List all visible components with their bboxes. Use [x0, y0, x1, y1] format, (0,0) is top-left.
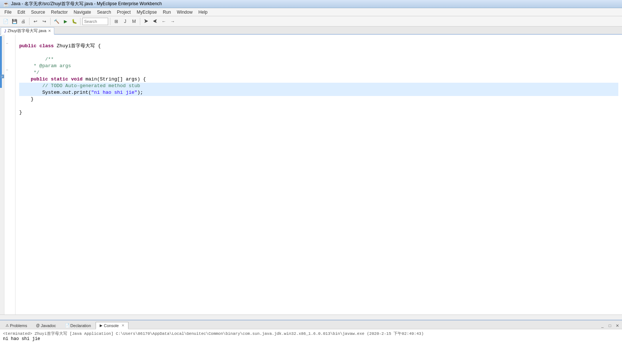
menu-file[interactable]: File: [1, 8, 14, 16]
tab-declaration-label: Declaration: [71, 323, 91, 328]
toolbar-new-btn[interactable]: 📄: [1, 17, 10, 25]
code-line-10: [19, 103, 618, 109]
menu-search[interactable]: Search: [94, 8, 114, 16]
console-icon: ▶: [100, 323, 103, 327]
code-line-4: * @param args: [19, 63, 618, 69]
menu-source[interactable]: Source: [28, 8, 48, 16]
toolbar-debug-btn[interactable]: 🐛: [70, 17, 78, 25]
tab-close-btn[interactable]: ✕: [48, 29, 51, 33]
bookmark-check: ✓: [0, 75, 4, 78]
console-terminated-line: <terminated> Zhuyi首字母大写 [Java Applicatio…: [3, 331, 619, 336]
console-toolbar: _ □ ✕: [598, 322, 622, 329]
console-close-btn[interactable]: ✕: [121, 323, 124, 327]
horizontal-scrollbar[interactable]: [0, 315, 622, 320]
toolbar-perspective-btn[interactable]: J: [121, 17, 129, 25]
problems-icon: ⚠: [6, 323, 9, 327]
line-number-gutter: − −: [4, 35, 16, 315]
menu-navigate[interactable]: Navigate: [71, 8, 94, 16]
code-line-1: public class Zhuyi首字母大写 {: [19, 43, 618, 49]
javadoc-icon: @: [36, 323, 39, 327]
toolbar-sep-5: [140, 18, 140, 25]
code-line-11: }: [19, 109, 618, 116]
tab-declaration[interactable]: 📄 Declaration: [61, 322, 95, 329]
console-close-btn[interactable]: ✕: [614, 322, 621, 329]
editor-area[interactable]: ✓ − − public class Zhuyi首字母大写 { /** * @p…: [0, 35, 622, 315]
editor-wrapper: ✓ − − public class Zhuyi首字母大写 { /** * @p…: [0, 35, 622, 364]
title-bar: ☕ Java - 名字无求/src/Zhuyi首字母大写.java - MyEc…: [0, 0, 622, 8]
tab-icon: J: [4, 29, 6, 33]
code-line-5: */: [19, 69, 618, 76]
tab-problems[interactable]: ⚠ Problems: [1, 322, 31, 329]
tab-javadoc-label: Javadoc: [41, 323, 56, 328]
code-line-7: // TODO Auto-generated method stub: [19, 83, 618, 89]
toolbar-save-btn[interactable]: 💾: [10, 17, 18, 25]
console-output-line: ni hao shi jie: [3, 336, 619, 341]
code-line-2: [19, 49, 618, 56]
fold-marker-class[interactable]: −: [5, 41, 9, 46]
bottom-tab-bar: ⚠ Problems @ Javadoc 📄 Declaration ▶ Con…: [0, 320, 622, 329]
code-editor[interactable]: public class Zhuyi首字母大写 { /** * @param a…: [16, 35, 622, 315]
menu-run[interactable]: Run: [160, 8, 174, 16]
declaration-icon: 📄: [65, 323, 69, 327]
tab-console[interactable]: ▶ Console ✕: [96, 322, 128, 329]
code-line-8: System.out.print("ni hao shi jie");: [19, 89, 618, 96]
console-output-area: <terminated> Zhuyi首字母大写 [Java Applicatio…: [0, 329, 622, 364]
toolbar-undo-btn[interactable]: ↩: [31, 17, 39, 25]
tab-problems-label: Problems: [10, 323, 27, 328]
code-line-9: }: [19, 96, 618, 103]
left-bookmark-strip: ✓: [0, 35, 4, 315]
code-line-empty: [19, 36, 618, 43]
title-text: Java - 名字无求/src/Zhuyi首字母大写.java - MyEcli…: [11, 1, 162, 7]
toolbar-forward-btn[interactable]: →: [169, 17, 177, 25]
editor-tab-main[interactable]: J Zhuyi首字母大写.java ✕: [1, 27, 54, 35]
toolbar-sep-1: [29, 18, 30, 25]
toolbar-print-btn[interactable]: 🖨: [19, 17, 27, 25]
tab-bar: J Zhuyi首字母大写.java ✕: [0, 27, 622, 35]
bottom-panel: ⚠ Problems @ Javadoc 📄 Declaration ▶ Con…: [0, 320, 622, 364]
fold-marker-method[interactable]: −: [5, 68, 9, 72]
tab-console-label: Console: [104, 323, 118, 328]
menu-myeclipse[interactable]: MyEclipse: [134, 8, 160, 16]
toolbar-back-btn[interactable]: ←: [160, 17, 168, 25]
console-minimize-btn[interactable]: _: [599, 322, 606, 329]
toolbar-run-btn[interactable]: ▶: [61, 17, 69, 25]
menu-bar: File Edit Source Refactor Navigate Searc…: [0, 8, 622, 16]
menu-refactor[interactable]: Refactor: [48, 8, 71, 16]
toolbar-open-perspective-btn[interactable]: ⊞: [112, 17, 120, 25]
menu-edit[interactable]: Edit: [14, 8, 28, 16]
bookmark-bar-bottom: [0, 81, 2, 88]
toolbar-sep-2: [50, 18, 51, 25]
toolbar: 📄 💾 🖨 ↩ ↪ 🔨 ▶ 🐛 ⊞ J M ⮞ ⮜ ← →: [0, 16, 622, 27]
code-line-6: public static void main(String[] args) {: [19, 76, 618, 83]
console-maximize-btn[interactable]: □: [606, 322, 613, 329]
toolbar-redo-btn[interactable]: ↪: [40, 17, 48, 25]
code-line-3: /**: [19, 56, 618, 63]
toolbar-build-btn[interactable]: 🔨: [52, 17, 61, 25]
menu-window[interactable]: Window: [174, 8, 196, 16]
menu-project[interactable]: Project: [114, 8, 134, 16]
toolbar-next-btn[interactable]: ⮞: [142, 17, 150, 25]
menu-help[interactable]: Help: [196, 8, 211, 16]
toolbar-sep-3: [80, 18, 80, 25]
tab-label: Zhuyi首字母大写.java: [8, 28, 47, 34]
tab-javadoc[interactable]: @ Javadoc: [32, 322, 60, 329]
toolbar-prev-btn[interactable]: ⮜: [151, 17, 159, 25]
toolbar-myeclipse-btn[interactable]: M: [130, 17, 138, 25]
search-input[interactable]: [82, 18, 108, 25]
toolbar-sep-4: [110, 18, 110, 25]
app-icon: ☕: [3, 1, 9, 7]
